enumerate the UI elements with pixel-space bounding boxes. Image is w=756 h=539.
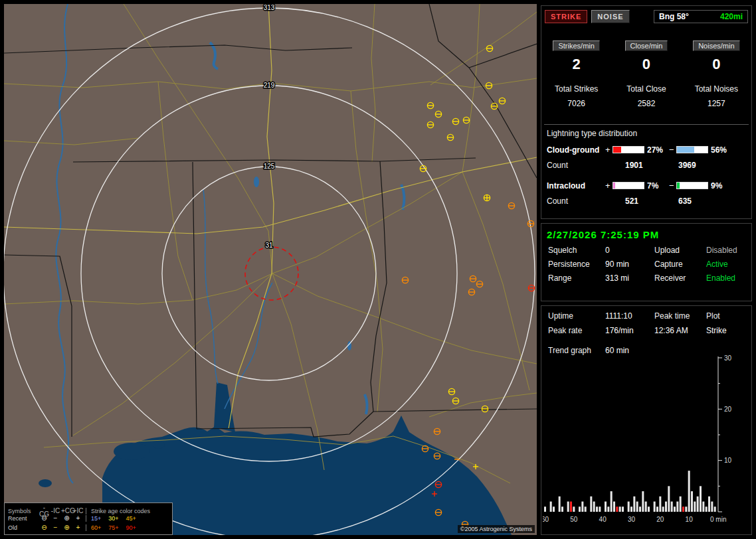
recent-neg-cg-icon: ⊖ [39, 515, 50, 522]
intracloud-count-row: Count 521 635 [541, 196, 751, 206]
mode-toolbar: STRIKE NOISE Bng 58° 420mi [541, 6, 751, 23]
age-code-45: 45+ [126, 515, 136, 522]
plus-sign: + [605, 145, 613, 155]
recent-pos-ic-icon: + [72, 515, 84, 522]
status-panel: 2/27/2026 7:25:19 PM Squelch 0 Upload Di… [541, 223, 752, 301]
cg-positive-bar-fill [613, 147, 621, 153]
strike-mode-button[interactable]: STRIKE [545, 10, 587, 23]
cg-negative-count: 3969 [678, 161, 746, 170]
persistence-label: Persistence [548, 258, 605, 271]
range-value: 313 mi [605, 271, 654, 285]
age-code-90: 90+ [126, 524, 136, 531]
upload-label: Upload [654, 244, 706, 258]
peak-rate-value: 176/min [605, 323, 654, 338]
total-noises-label: Total Noises [682, 84, 751, 94]
legend-symbols-header: Symbols [8, 508, 39, 514]
total-noises-value: 1257 [682, 99, 751, 108]
status-row-squelch: Squelch 0 Upload Disabled [541, 244, 751, 258]
minus-sign: − [669, 145, 676, 155]
strike-stats-panel: STRIKE NOISE Bng 58° 420mi Strikes/min C… [541, 5, 752, 219]
intracloud-row: Intracloud + 7% − 9% [541, 181, 751, 191]
plot-mode-value: Strike [706, 323, 745, 338]
strikes-per-min-value: 2 [541, 56, 611, 72]
ic-negative-percent: 9% [711, 181, 733, 191]
receiver-label: Receiver [654, 271, 706, 285]
uptime-label: Uptime [548, 309, 605, 323]
cloud-ground-label: Cloud-ground [547, 145, 605, 155]
svg-text:31: 31 [265, 242, 273, 249]
peak-rate-label: Peak rate [548, 323, 605, 338]
status-row-persistence: Persistence 90 min Capture Active [541, 258, 751, 271]
noise-mode-button[interactable]: NOISE [591, 10, 629, 23]
ic-negative-bar [676, 182, 708, 189]
ic-negative-bar-fill [677, 183, 680, 189]
plot-label: Plot [706, 309, 745, 323]
datetime-display: 2/27/2026 7:25:19 PM [541, 224, 751, 244]
map-canvas: 31321912531 [4, 4, 537, 535]
copyright-text: ©2005 Astrogenic Systems [458, 525, 535, 533]
squelch-value: 0 [605, 244, 654, 258]
cg-negative-percent: 56% [711, 145, 733, 155]
range-label: Range [548, 271, 605, 285]
bearing-readout: Bng 58° 420mi [654, 10, 748, 23]
old-pos-ic-icon: + [72, 524, 84, 531]
svg-text:60: 60 [543, 516, 549, 523]
lightning-map[interactable]: 31321912531 Symbols -CG -IC +CG +IC Stri… [4, 4, 537, 535]
cg-negative-bar-fill [677, 147, 694, 153]
old-neg-ic-icon: − [50, 524, 61, 531]
age-code-15: 15+ [91, 515, 101, 522]
legend-col-neg-ic: -IC [50, 508, 61, 514]
bearing-range: 420mi [720, 12, 743, 21]
receiver-status: Enabled [706, 271, 745, 285]
svg-text:125: 125 [264, 163, 275, 170]
recent-pos-cg-icon: ⊕ [61, 515, 72, 522]
trend-panel: Uptime 1111:10 Peak time Plot Peak rate … [541, 305, 752, 535]
status-row-range: Range 313 mi Receiver Enabled [541, 271, 751, 285]
age-code-30: 30+ [108, 515, 118, 522]
count-label: Count [547, 196, 625, 206]
ic-positive-percent: 7% [647, 181, 669, 191]
ic-positive-count: 521 [625, 196, 678, 206]
legend-recent-label: Recent [8, 515, 39, 522]
noises-per-min-badge[interactable]: Noises/min [693, 40, 739, 51]
svg-text:30: 30 [628, 516, 636, 523]
app-window: { "window": { "copyright": "©2005 Astrog… [0, 0, 756, 539]
plus-sign: + [605, 181, 613, 191]
ic-positive-bar [613, 182, 644, 189]
peak-time-label: Peak time [654, 309, 706, 323]
minus-sign: − [669, 181, 676, 191]
stats-row-uptime: Uptime 1111:10 Peak time Plot [541, 309, 751, 323]
legend-age-title: Strike age color codes [86, 508, 169, 514]
cg-positive-bar [613, 146, 644, 153]
recent-neg-ic-icon: − [50, 515, 61, 522]
svg-text:20: 20 [656, 516, 664, 523]
age-code-75: 75+ [108, 524, 118, 531]
noises-per-min-value: 0 [682, 56, 751, 72]
peak-time-value: 12:36 AM [654, 323, 706, 338]
svg-text:10: 10 [724, 457, 732, 464]
strikes-per-min-badge[interactable]: Strikes/min [553, 40, 599, 51]
totals-values-row: 7026 2582 1257 [541, 94, 751, 108]
svg-text:30: 30 [724, 355, 732, 362]
stats-row-peak-rate: Peak rate 176/min 12:36 AM Strike [541, 323, 751, 338]
capture-label: Capture [654, 258, 706, 271]
old-neg-cg-icon: ⊖ [39, 524, 50, 531]
old-pos-cg-icon: ⊕ [61, 524, 72, 531]
ic-negative-count: 635 [678, 196, 746, 206]
upload-status: Disabled [706, 244, 745, 258]
map-legend: Symbols -CG -IC +CG +IC Strike age color… [4, 502, 173, 535]
total-close-value: 2582 [611, 99, 681, 108]
uptime-value: 1111:10 [605, 309, 654, 323]
persistence-value: 90 min [605, 258, 654, 271]
cg-positive-percent: 27% [647, 145, 669, 155]
svg-text:40: 40 [599, 516, 607, 523]
intracloud-label: Intracloud [547, 181, 605, 191]
close-per-min-badge[interactable]: Close/min [625, 40, 668, 51]
bearing-value: Bng 58° [659, 12, 689, 21]
rate-values-row: 2 0 0 [541, 51, 751, 72]
capture-status: Active [706, 258, 745, 271]
trend-graph: 3020106050403020100 min [543, 355, 750, 533]
legend-col-pos-cg: +CG [61, 508, 72, 514]
svg-text:20: 20 [724, 406, 732, 413]
cg-positive-count: 1901 [625, 161, 678, 170]
